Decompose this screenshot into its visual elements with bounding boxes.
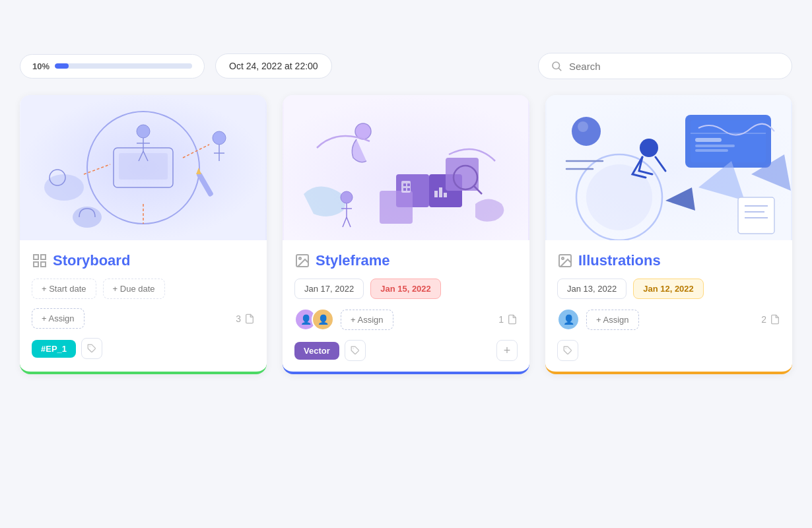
cards-grid: Storyboard + Start date + Due date + Ass… [20,95,792,374]
card-title-illustrations: Illustrations [578,252,661,269]
search-icon [551,60,562,72]
svg-rect-36 [407,183,410,186]
card-tags-row-styleframe: Vector + [294,340,518,361]
tag-add-icon-styleframe[interactable] [345,340,366,361]
svg-rect-5 [119,153,168,180]
avatars-styleframe: 👤 👤 [294,308,334,331]
card-storyboard: Storyboard + Start date + Due date + Ass… [20,95,267,374]
svg-point-43 [341,191,353,203]
tag-ep1[interactable]: #EP_1 [32,340,76,358]
tag-vector[interactable]: Vector [294,342,339,360]
svg-point-54 [640,139,658,157]
svg-rect-34 [401,181,411,193]
svg-rect-22 [34,255,38,259]
assign-button-styleframe[interactable]: + Assign [341,310,393,330]
assign-button-illustrations[interactable]: + Assign [586,310,639,330]
avatar-2-styleframe: 👤 [312,308,334,331]
card-tags-row-illustrations [557,340,780,361]
tag-add-icon-storyboard[interactable] [81,338,102,359]
card-assign-row-illustrations: 👤 + Assign 2 [557,308,780,331]
svg-rect-58 [695,138,722,142]
due-date-button-illustrations[interactable]: Jan 12, 2022 [633,279,704,299]
image-icon-illustrations [557,253,573,269]
svg-line-1 [558,68,560,70]
svg-rect-60 [695,149,728,152]
card-body-storyboard: Storyboard + Start date + Due date + Ass… [20,240,267,372]
start-date-button-styleframe[interactable]: Jan 17, 2022 [294,279,364,299]
card-dates-styleframe[interactable]: Jan 17, 2022 Jan 15, 2022 [294,279,518,299]
grid-icon [32,253,48,269]
progress-bar-track [55,63,192,69]
svg-rect-24 [34,262,38,267]
svg-rect-41 [444,193,447,197]
top-bar: 10% Oct 24, 2022 at 22:00 [20,53,792,79]
progress-label: 10% [32,61,50,71]
search-input[interactable] [569,61,780,72]
card-tags-row-storyboard: #EP_1 [32,338,255,359]
svg-rect-31 [380,191,413,224]
card-body-illustrations: Illustrations Jan 13, 2022 Jan 12, 2022 … [545,240,792,372]
due-date-button-styleframe[interactable]: Jan 15, 2022 [370,279,441,299]
svg-point-6 [44,174,84,201]
card-title-row-storyboard: Storyboard [32,252,255,269]
card-image-storyboard [20,95,267,240]
card-title-storyboard: Storyboard [53,252,130,269]
card-assign-row-storyboard: + Assign 3 [32,308,255,329]
svg-point-14 [73,207,102,228]
doc-count-styleframe: 1 [498,314,518,325]
progress-container: 10% [20,54,205,79]
svg-point-70 [572,117,601,146]
card-title-row-illustrations: Illustrations [557,252,780,269]
card-body-styleframe: Styleframe Jan 17, 2022 Jan 15, 2022 👤 👤… [283,240,529,372]
card-image-illustrations [545,95,792,240]
card-illustrations: Illustrations Jan 13, 2022 Jan 12, 2022 … [545,95,792,374]
image-icon-styleframe [294,253,310,269]
add-button-styleframe[interactable]: + [496,340,518,361]
card-dates-illustrations[interactable]: Jan 13, 2022 Jan 12, 2022 [557,279,780,299]
svg-rect-37 [403,188,406,191]
doc-icon-storyboard [244,314,255,324]
svg-point-49 [299,257,301,259]
doc-icon-styleframe [507,314,518,325]
svg-point-17 [137,125,150,138]
card-styleframe: Styleframe Jan 17, 2022 Jan 15, 2022 👤 👤… [283,95,529,374]
tag-add-icon-illustrations[interactable] [557,340,578,361]
doc-count-illustrations: 2 [761,314,780,325]
assign-button-storyboard[interactable]: + Assign [32,308,85,329]
svg-rect-59 [695,145,735,147]
doc-icon-illustrations [770,314,780,325]
due-date-button-storyboard[interactable]: + Due date [103,279,165,299]
card-title-row-styleframe: Styleframe [294,252,518,269]
start-date-button-illustrations[interactable]: Jan 13, 2022 [557,279,626,299]
label-icon [87,344,96,353]
doc-count-storyboard: 3 [236,314,255,324]
svg-point-73 [562,257,564,259]
card-title-styleframe: Styleframe [316,252,390,269]
avatars-illustrations: 👤 [557,308,580,331]
start-date-button-storyboard[interactable]: + Start date [32,279,96,299]
svg-rect-66 [738,197,774,234]
svg-rect-40 [439,187,442,197]
card-dates-storyboard[interactable]: + Start date + Due date [32,279,255,299]
label-icon-illustrations [563,346,572,355]
svg-rect-23 [41,255,46,259]
svg-rect-39 [434,191,438,197]
progress-bar-fill [55,63,69,69]
svg-rect-35 [403,183,406,186]
svg-point-53 [586,164,652,230]
avatar-1-illustrations: 👤 [557,308,580,331]
card-assign-row-styleframe: 👤 👤 + Assign 1 [294,308,518,331]
svg-rect-38 [407,188,410,191]
label-icon-styleframe [351,346,360,355]
datetime-badge: Oct 24, 2022 at 22:00 [215,53,332,79]
svg-rect-25 [41,262,46,267]
search-container [538,53,792,79]
svg-point-11 [213,131,226,145]
svg-point-71 [578,121,588,132]
card-image-styleframe [283,95,529,240]
